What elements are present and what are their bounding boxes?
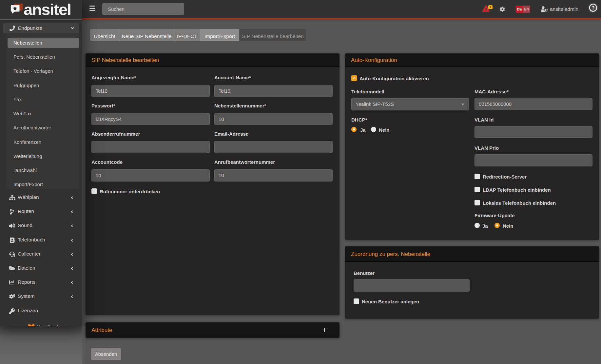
svg-text:?: ? xyxy=(591,5,594,10)
